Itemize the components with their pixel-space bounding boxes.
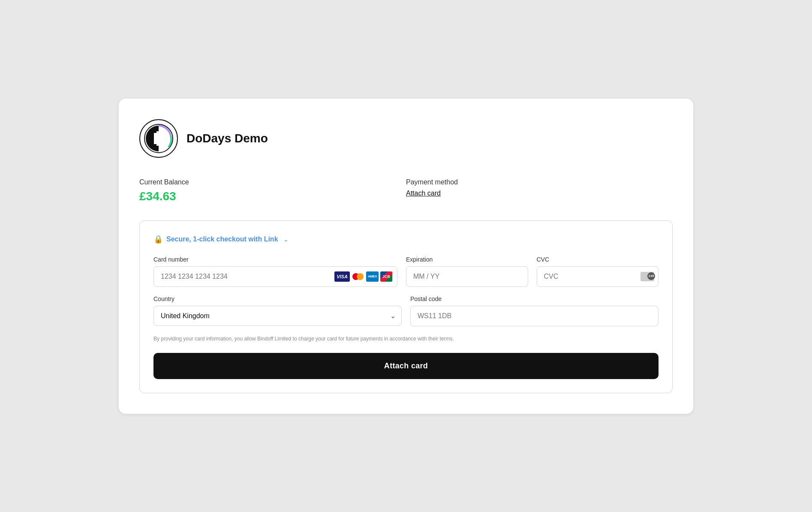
payment-method-section: Payment method Attach card: [406, 178, 673, 203]
card-icons: VISA AMEX JCB: [334, 271, 392, 282]
balance-left: Current Balance £34.63: [139, 178, 406, 203]
visa-icon: VISA: [334, 271, 350, 282]
attach-card-button[interactable]: Attach card: [153, 353, 659, 379]
secure-checkout-banner[interactable]: 🔒 Secure, 1-click checkout with Link ⌄: [153, 235, 659, 244]
amex-icon: AMEX: [366, 271, 379, 282]
balance-amount: £34.63: [139, 190, 406, 203]
payment-form-container: 🔒 Secure, 1-click checkout with Link ⌄ C…: [139, 220, 673, 393]
app-name: DoDays Demo: [186, 132, 268, 145]
country-select-wrapper: United Kingdom United States Canada Aust…: [153, 306, 402, 326]
postal-code-label: Postal code: [410, 295, 659, 302]
app-logo: [139, 119, 178, 158]
expiration-group: Expiration: [406, 256, 528, 287]
header: DoDays Demo: [139, 119, 673, 158]
cvc-group: CVC 135: [537, 256, 659, 287]
cvc-input-wrapper: 135: [537, 266, 659, 287]
card-number-group: Card number VISA AMEX JCB: [153, 256, 397, 287]
postal-code-input[interactable]: [410, 306, 659, 326]
balance-label: Current Balance: [139, 178, 406, 186]
lock-icon: 🔒: [153, 235, 163, 244]
country-label: Country: [153, 295, 402, 302]
mastercard-icon: [352, 272, 364, 281]
postal-code-group: Postal code: [410, 295, 659, 326]
svg-rect-2: [154, 133, 156, 144]
cvc-card-image: 135: [641, 272, 654, 281]
card-details-row: Card number VISA AMEX JCB E: [153, 256, 659, 287]
cvc-card-icon-group: 135: [641, 272, 654, 281]
attach-card-link[interactable]: Attach card: [406, 190, 441, 197]
main-card: DoDays Demo Current Balance £34.63 Payme…: [119, 99, 693, 414]
expiration-input[interactable]: [406, 266, 528, 287]
cvc-number-badge: 135: [647, 272, 655, 280]
card-input-wrapper: VISA AMEX JCB: [153, 266, 397, 287]
chevron-down-icon: ⌄: [283, 236, 289, 243]
expiration-label: Expiration: [406, 256, 528, 263]
cvc-label: CVC: [537, 256, 659, 263]
location-row: Country United Kingdom United States Can…: [153, 295, 659, 326]
payment-method-label: Payment method: [406, 178, 673, 186]
secure-checkout-text: Secure, 1-click checkout with Link: [166, 235, 278, 243]
jcb-icon: JCB: [380, 271, 392, 282]
country-group: Country United Kingdom United States Can…: [153, 295, 402, 326]
country-select[interactable]: United Kingdom United States Canada Aust…: [153, 306, 402, 326]
card-number-label: Card number: [153, 256, 397, 263]
disclaimer-text: By providing your card information, you …: [153, 335, 659, 343]
balance-section: Current Balance £34.63 Payment method At…: [139, 178, 673, 203]
